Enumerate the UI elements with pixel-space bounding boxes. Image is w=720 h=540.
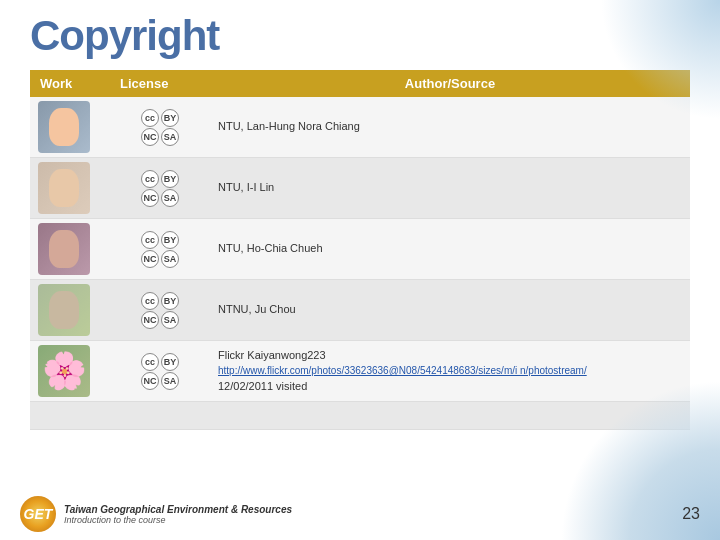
flower-image: 🌸 — [42, 350, 87, 392]
cc-sa-icon: SA — [161, 189, 179, 207]
logo-text: GET — [24, 506, 53, 522]
license-cell: cc BY NC SA — [110, 219, 210, 280]
page-title: Copyright — [30, 12, 690, 60]
author-cell: NTNU, Ju Chou — [210, 280, 690, 341]
col-header-author: Author/Source — [210, 70, 690, 97]
footer-title: Taiwan Geographical Environment & Resour… — [64, 504, 292, 515]
table-row: cc BY NC SA NTU, Ho-Chia Chueh — [30, 219, 690, 280]
cc-by-icon: BY — [161, 231, 179, 249]
col-header-license: License — [110, 70, 210, 97]
copyright-table: Work License Author/Source — [30, 70, 690, 430]
avatar — [38, 284, 90, 336]
work-cell: 🌸 — [30, 341, 110, 402]
table-row-empty — [30, 402, 690, 430]
license-cell: cc BY NC SA — [110, 341, 210, 402]
work-cell — [30, 97, 110, 158]
license-cell: cc BY NC SA — [110, 158, 210, 219]
cc-sa-icon: SA — [161, 311, 179, 329]
cc-sa-icon: SA — [161, 372, 179, 390]
cc-by-icon: BY — [161, 170, 179, 188]
cc-by-icon: BY — [161, 292, 179, 310]
empty-license-cell — [110, 402, 210, 430]
license-cell: cc BY NC SA — [110, 280, 210, 341]
cc-license-badge: cc BY NC SA — [141, 353, 179, 390]
author-cell: NTU, Lan-Hung Nora Chiang — [210, 97, 690, 158]
footer-left: GET Taiwan Geographical Environment & Re… — [20, 496, 292, 532]
table-row: cc BY NC SA NTNU, Ju Chou — [30, 280, 690, 341]
cc-by-icon: BY — [161, 109, 179, 127]
author-cell: NTU, I-I Lin — [210, 158, 690, 219]
cc-license-badge: cc BY NC SA — [141, 109, 179, 146]
cc-sa-icon: SA — [161, 128, 179, 146]
table-row: cc BY NC SA NTU, Lan-Hung Nora Chiang — [30, 97, 690, 158]
cc-nc-icon: NC — [141, 250, 159, 268]
work-cell — [30, 158, 110, 219]
page-container: Copyright Work License Author/Source — [0, 0, 720, 540]
cc-sa-icon: SA — [161, 250, 179, 268]
work-cell — [30, 280, 110, 341]
avatar — [38, 223, 90, 275]
cc-license-badge: cc BY NC SA — [141, 170, 179, 207]
col-header-work: Work — [30, 70, 110, 97]
license-cell: cc BY NC SA — [110, 97, 210, 158]
cc-icon: cc — [141, 170, 159, 188]
avatar-face — [49, 169, 79, 207]
avatar-face — [49, 291, 79, 329]
avatar-face — [49, 108, 79, 146]
avatar — [38, 101, 90, 153]
flickr-visit-date: 12/02/2011 visited — [218, 380, 307, 392]
avatar-face — [49, 230, 79, 268]
avatar: 🌸 — [38, 345, 90, 397]
cc-icon: cc — [141, 292, 159, 310]
cc-by-icon: BY — [161, 353, 179, 371]
cc-icon: cc — [141, 231, 159, 249]
table-row: cc BY NC SA NTU, I-I Lin — [30, 158, 690, 219]
empty-author-cell — [210, 402, 690, 430]
table-row: 🌸 cc BY NC SA — [30, 341, 690, 402]
footer: GET Taiwan Geographical Environment & Re… — [0, 496, 720, 532]
page-number: 23 — [682, 505, 700, 523]
cc-icon: cc — [141, 353, 159, 371]
main-content: Copyright Work License Author/Source — [0, 0, 720, 440]
empty-work-cell — [30, 402, 110, 430]
cc-nc-icon: NC — [141, 372, 159, 390]
flickr-author-name: Flickr Kaiyanwong223 — [218, 349, 326, 361]
footer-text-block: Taiwan Geographical Environment & Resour… — [64, 504, 292, 525]
cc-license-badge: cc BY NC SA — [141, 292, 179, 329]
footer-subtitle: Introduction to the course — [64, 515, 292, 525]
work-cell — [30, 219, 110, 280]
logo: GET — [20, 496, 56, 532]
avatar — [38, 162, 90, 214]
flickr-author-url[interactable]: http://www.flickr.com/photos/33623636@N0… — [218, 365, 587, 376]
cc-icon: cc — [141, 109, 159, 127]
cc-nc-icon: NC — [141, 128, 159, 146]
cc-nc-icon: NC — [141, 189, 159, 207]
cc-license-badge: cc BY NC SA — [141, 231, 179, 268]
author-cell: Flickr Kaiyanwong223 http://www.flickr.c… — [210, 341, 690, 402]
author-cell: NTU, Ho-Chia Chueh — [210, 219, 690, 280]
cc-nc-icon: NC — [141, 311, 159, 329]
